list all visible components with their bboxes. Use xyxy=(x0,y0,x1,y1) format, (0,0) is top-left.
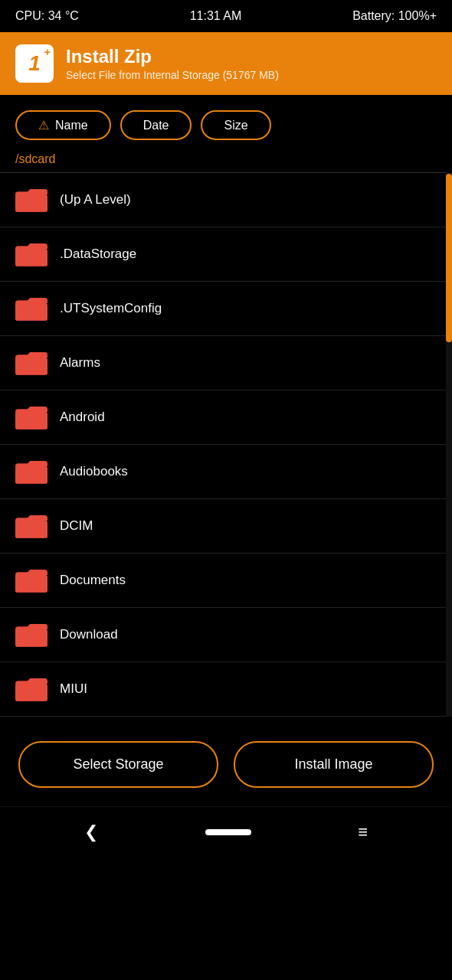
folder-icon xyxy=(15,456,47,488)
file-name: .DataStorage xyxy=(60,247,136,262)
select-storage-button[interactable]: Select Storage xyxy=(18,741,218,788)
cpu-status: CPU: 34 °C xyxy=(15,9,79,23)
page-title: Install Zip xyxy=(66,46,279,67)
folder-icon xyxy=(15,238,47,270)
list-item[interactable]: .UTSystemConfig xyxy=(0,282,452,336)
svg-rect-9 xyxy=(15,412,47,430)
folder-icon xyxy=(15,292,47,325)
battery-status: Battery: 100%+ xyxy=(352,9,437,23)
svg-rect-19 xyxy=(15,684,47,701)
list-item[interactable]: .DataStorage xyxy=(0,227,452,282)
svg-rect-11 xyxy=(15,466,47,484)
file-list-container: (Up A Level) .DataStorage .UTSystemConfi… xyxy=(0,172,452,717)
sort-name-label: Name xyxy=(55,119,88,132)
status-bar: CPU: 34 °C 11:31 AM Battery: 100%+ xyxy=(0,0,452,32)
file-name: MIUI xyxy=(60,681,87,697)
list-item[interactable]: DCIM xyxy=(0,499,452,554)
svg-rect-17 xyxy=(15,629,47,647)
list-item[interactable]: Documents xyxy=(0,554,452,608)
app-icon-plus: + xyxy=(44,46,51,58)
svg-rect-5 xyxy=(15,303,47,321)
sort-bar: ⚠ Name Date Size xyxy=(0,95,452,148)
sort-date-label: Date xyxy=(143,119,169,132)
list-item[interactable]: Download xyxy=(0,608,452,662)
back-button[interactable]: ❮ xyxy=(84,822,98,842)
folder-icon xyxy=(15,673,47,705)
home-button[interactable] xyxy=(205,829,251,835)
header-text: Install Zip Select File from Internal St… xyxy=(66,46,279,81)
file-list: (Up A Level) .DataStorage .UTSystemConfi… xyxy=(0,172,452,717)
svg-rect-7 xyxy=(15,358,47,375)
sort-size-label: Size xyxy=(224,119,247,132)
file-name: .UTSystemConfig xyxy=(60,301,162,316)
list-item[interactable]: Alarms xyxy=(0,336,452,390)
time-status: 11:31 AM xyxy=(190,9,242,23)
file-name: Audiobooks xyxy=(60,464,128,479)
file-name: DCIM xyxy=(60,518,93,534)
list-item[interactable]: (Up A Level) xyxy=(0,173,452,227)
svg-rect-1 xyxy=(15,194,47,212)
app-icon: 1 + xyxy=(15,44,54,83)
header: 1 + Install Zip Select File from Interna… xyxy=(0,32,452,95)
install-image-button[interactable]: Install Image xyxy=(234,741,434,788)
svg-rect-13 xyxy=(15,521,47,538)
file-name: (Up A Level) xyxy=(60,192,131,207)
scroll-thumb xyxy=(446,174,452,342)
folder-icon xyxy=(15,564,47,596)
warning-icon: ⚠ xyxy=(38,118,49,132)
file-name: Download xyxy=(60,627,118,642)
folder-icon xyxy=(15,347,47,379)
app-icon-letter: 1 xyxy=(28,51,41,76)
list-item[interactable]: Audiobooks xyxy=(0,445,452,499)
current-path: /sdcard xyxy=(0,148,452,172)
sort-date-button[interactable]: Date xyxy=(120,110,192,140)
nav-bar: ❮ ≡ xyxy=(0,806,452,858)
menu-button[interactable]: ≡ xyxy=(358,822,368,842)
list-item[interactable]: MIUI xyxy=(0,662,452,717)
svg-rect-15 xyxy=(15,575,47,593)
sort-size-button[interactable]: Size xyxy=(201,110,270,140)
file-name: Documents xyxy=(60,573,126,588)
file-name: Alarms xyxy=(60,355,100,371)
folder-icon xyxy=(15,619,47,651)
folder-icon xyxy=(15,510,47,542)
folder-icon xyxy=(15,401,47,433)
bottom-buttons: Select Storage Install Image xyxy=(0,723,452,806)
svg-rect-3 xyxy=(15,249,47,266)
folder-icon xyxy=(15,184,47,216)
file-name: Android xyxy=(60,410,105,425)
page-subtitle: Select File from Internal Storage (51767… xyxy=(66,69,279,81)
list-item[interactable]: Android xyxy=(0,390,452,445)
scrollbar[interactable] xyxy=(446,172,452,717)
sort-name-button[interactable]: ⚠ Name xyxy=(15,110,111,140)
